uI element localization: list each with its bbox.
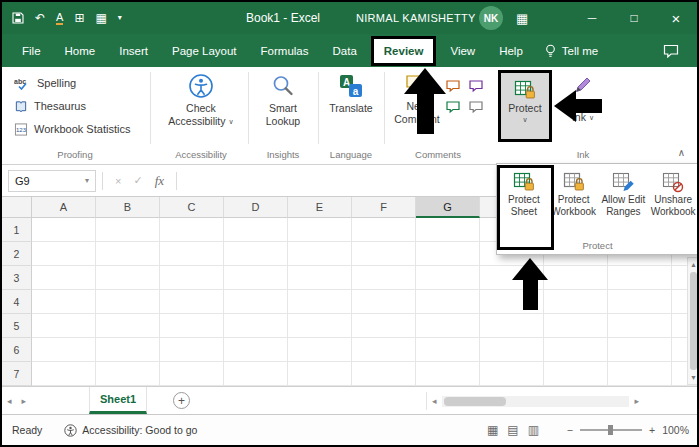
cell[interactable] bbox=[416, 242, 480, 266]
tab-review[interactable]: Review bbox=[371, 36, 437, 66]
close-button[interactable]: × bbox=[655, 2, 697, 34]
cell[interactable] bbox=[160, 266, 224, 290]
collapse-ribbon-icon[interactable]: ∧ bbox=[678, 147, 685, 158]
tab-page-layout[interactable]: Page Layout bbox=[160, 34, 249, 67]
workbook-statistics-button[interactable]: 123 Workbook Statistics bbox=[14, 121, 130, 137]
name-box[interactable]: G9 ▾ bbox=[8, 170, 96, 192]
protect-workbook-button[interactable]: Protect Workbook bbox=[549, 167, 599, 218]
cell[interactable] bbox=[608, 266, 672, 290]
row-header-3[interactable]: 3 bbox=[2, 266, 32, 290]
cell[interactable] bbox=[352, 218, 416, 242]
zoom-slider-thumb[interactable] bbox=[608, 425, 613, 435]
tab-view[interactable]: View bbox=[438, 34, 487, 67]
tab-insert[interactable]: Insert bbox=[107, 34, 160, 67]
cell[interactable] bbox=[96, 242, 160, 266]
cell[interactable] bbox=[96, 362, 160, 386]
cell[interactable] bbox=[288, 242, 352, 266]
cell[interactable] bbox=[224, 218, 288, 242]
name-box-arrow-icon[interactable]: ▾ bbox=[85, 177, 89, 185]
cell[interactable] bbox=[608, 338, 672, 362]
cell[interactable] bbox=[544, 266, 608, 290]
normal-view-icon[interactable]: ▦ bbox=[487, 423, 498, 437]
cell[interactable] bbox=[96, 218, 160, 242]
column-header-B[interactable]: B bbox=[96, 197, 160, 218]
delete-comment-icon[interactable] bbox=[446, 79, 463, 94]
cell[interactable] bbox=[352, 290, 416, 314]
undo-icon[interactable]: ↶ bbox=[35, 12, 45, 24]
add-sheet-button[interactable]: + bbox=[173, 392, 190, 409]
accessibility-status[interactable]: Accessibility: Good to go bbox=[64, 424, 197, 437]
next-comment-icon[interactable] bbox=[446, 100, 463, 115]
page-break-view-icon[interactable]: ▥ bbox=[528, 423, 539, 437]
cell[interactable] bbox=[352, 338, 416, 362]
thesaurus-button[interactable]: Thesaurus bbox=[14, 98, 86, 114]
cancel-icon[interactable]: × bbox=[115, 175, 121, 187]
cell[interactable] bbox=[96, 266, 160, 290]
translate-button[interactable]: Aa Translate bbox=[322, 73, 380, 115]
scroll-left-icon[interactable]: ◂ bbox=[432, 396, 437, 406]
show-comments-icon[interactable] bbox=[469, 100, 486, 115]
cell[interactable] bbox=[288, 290, 352, 314]
cell[interactable] bbox=[96, 338, 160, 362]
cell[interactable] bbox=[544, 290, 608, 314]
tab-home[interactable]: Home bbox=[53, 34, 108, 67]
cell[interactable] bbox=[352, 242, 416, 266]
cell[interactable] bbox=[416, 314, 480, 338]
avatar[interactable]: NK bbox=[479, 6, 503, 30]
cell[interactable] bbox=[608, 362, 672, 386]
select-all-corner[interactable] bbox=[2, 197, 32, 218]
cell[interactable] bbox=[32, 242, 96, 266]
account-name[interactable]: NIRMAL KAMISHETTY bbox=[356, 12, 476, 24]
row-header-4[interactable]: 4 bbox=[2, 290, 32, 314]
spelling-button[interactable]: abc Spelling bbox=[14, 75, 76, 91]
cell[interactable] bbox=[32, 290, 96, 314]
zoom-in-icon[interactable]: + bbox=[649, 424, 655, 436]
column-header-A[interactable]: A bbox=[32, 197, 96, 218]
smart-lookup-button[interactable]: Smart Lookup bbox=[252, 73, 314, 128]
insert-function-icon[interactable]: fx bbox=[155, 173, 164, 189]
customize-qat-icon[interactable]: ▾ bbox=[118, 14, 122, 22]
scroll-right-icon[interactable]: ▸ bbox=[634, 396, 639, 406]
sheet-nav-left-icon[interactable]: ◂ bbox=[7, 396, 12, 406]
cell[interactable] bbox=[416, 218, 480, 242]
scroll-down-icon[interactable]: ▼ bbox=[690, 371, 697, 384]
cell[interactable] bbox=[416, 338, 480, 362]
unshare-workbook-button[interactable]: Unshare Workbook bbox=[648, 167, 698, 218]
tab-help[interactable]: Help bbox=[487, 34, 535, 67]
row-header-2[interactable]: 2 bbox=[2, 242, 32, 266]
tell-me[interactable]: Tell me bbox=[545, 44, 598, 58]
column-header-E[interactable]: E bbox=[288, 197, 352, 218]
cell[interactable] bbox=[416, 266, 480, 290]
cell[interactable] bbox=[224, 290, 288, 314]
sheet-nav-right-icon[interactable]: ▸ bbox=[22, 396, 27, 406]
zoom-level[interactable]: 100% bbox=[662, 424, 689, 436]
protect-dropdown-button[interactable]: Protect ∨ bbox=[498, 70, 552, 142]
row-header-1[interactable]: 1 bbox=[2, 218, 32, 242]
cell[interactable] bbox=[352, 362, 416, 386]
cell[interactable] bbox=[224, 314, 288, 338]
vertical-scroll-thumb[interactable] bbox=[690, 272, 697, 370]
cell[interactable] bbox=[32, 314, 96, 338]
cell[interactable] bbox=[480, 362, 544, 386]
cell[interactable] bbox=[352, 314, 416, 338]
column-header-D[interactable]: D bbox=[224, 197, 288, 218]
cell[interactable] bbox=[608, 314, 672, 338]
cell[interactable] bbox=[224, 266, 288, 290]
cell[interactable] bbox=[608, 290, 672, 314]
horizontal-scroll-track[interactable] bbox=[442, 396, 630, 407]
tab-data[interactable]: Data bbox=[321, 34, 369, 67]
cell[interactable] bbox=[160, 338, 224, 362]
row-header-6[interactable]: 6 bbox=[2, 338, 32, 362]
cell[interactable] bbox=[32, 218, 96, 242]
column-header-F[interactable]: F bbox=[352, 197, 416, 218]
cell[interactable] bbox=[288, 338, 352, 362]
cell[interactable] bbox=[96, 290, 160, 314]
cell[interactable] bbox=[288, 314, 352, 338]
cell[interactable] bbox=[416, 362, 480, 386]
horizontal-scrollbar[interactable]: ◂ ▸ bbox=[426, 392, 644, 410]
maximize-button[interactable]: □ bbox=[613, 2, 655, 34]
cell[interactable] bbox=[480, 338, 544, 362]
row-header-7[interactable]: 7 bbox=[2, 362, 32, 386]
cell[interactable] bbox=[480, 314, 544, 338]
cell[interactable] bbox=[224, 362, 288, 386]
